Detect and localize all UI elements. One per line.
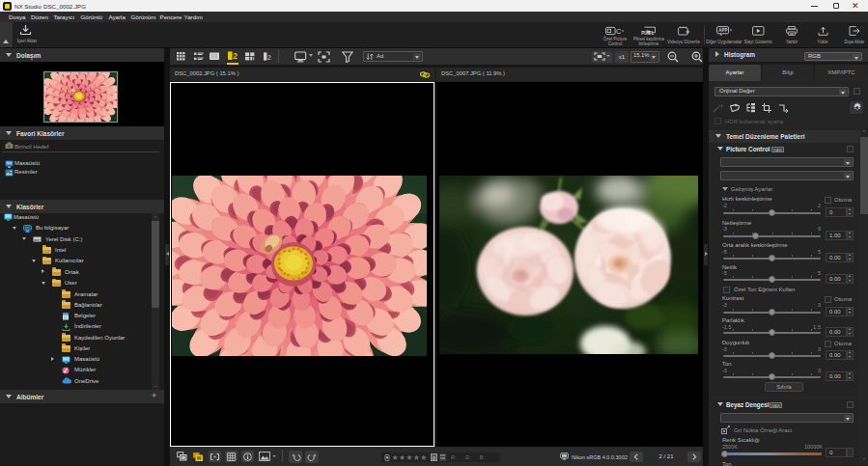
svg-text:C: C: [616, 27, 622, 36]
svg-text:2: 2: [266, 53, 270, 61]
svg-text:PIXEL: PIXEL: [641, 30, 654, 35]
svg-text:2: 2: [233, 51, 238, 60]
svg-text:APP: APP: [718, 28, 727, 33]
